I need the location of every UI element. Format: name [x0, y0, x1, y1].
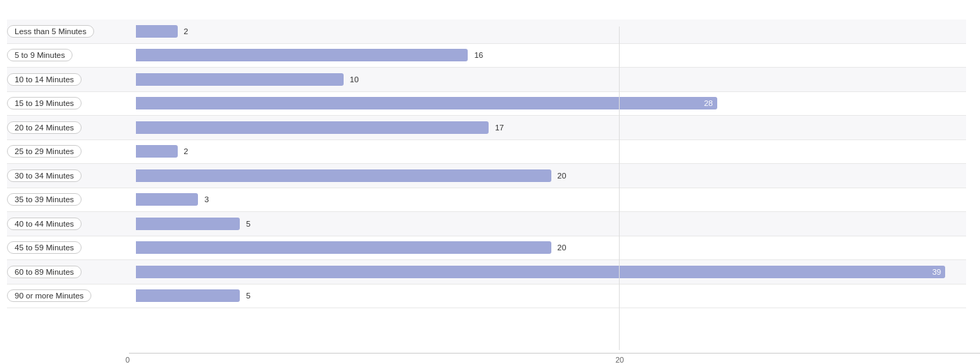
label-cell: 15 to 19 Minutes: [7, 97, 136, 109]
bar: [136, 193, 198, 206]
bar-value: 3: [204, 195, 208, 204]
bar-cell: 5: [136, 286, 966, 307]
bar-row: 10 to 14 Minutes10: [7, 68, 966, 92]
bar-value: 20: [558, 243, 567, 252]
label-pill: 20 to 24 Minutes: [7, 121, 82, 134]
bar-value: 16: [474, 51, 483, 59]
bar-row: 35 to 39 Minutes3: [7, 188, 966, 213]
bar-value: 20: [558, 172, 567, 180]
label-pill: 25 to 29 Minutes: [7, 145, 82, 158]
bar-row: 15 to 19 Minutes28: [7, 92, 966, 116]
bar-cell: 20: [136, 165, 966, 186]
label-pill: 90 or more Minutes: [7, 289, 91, 302]
label-pill: 45 to 59 Minutes: [7, 241, 82, 254]
label-pill: 5 to 9 Minutes: [7, 49, 72, 61]
bar-row: 25 to 29 Minutes2: [7, 140, 966, 165]
bar: [136, 73, 344, 86]
label-cell: 30 to 34 Minutes: [7, 169, 136, 182]
bar-cell: 16: [136, 45, 966, 66]
label-pill: Less than 5 Minutes: [7, 25, 94, 38]
label-cell: 20 to 24 Minutes: [7, 121, 136, 134]
bar-cell: 10: [136, 69, 966, 90]
label-pill: 30 to 34 Minutes: [7, 169, 82, 182]
bar-row: 90 or more Minutes5: [7, 285, 966, 309]
bar-cell: 20: [136, 238, 966, 259]
label-cell: 90 or more Minutes: [7, 289, 136, 302]
bar-cell: 5: [136, 213, 966, 234]
x-axis: [7, 308, 966, 322]
label-cell: 10 to 14 Minutes: [7, 73, 136, 86]
axis-baseline: [129, 353, 980, 354]
bar: [136, 25, 178, 38]
bar: 39: [136, 266, 945, 278]
bar: [136, 218, 240, 230]
grid-line: [619, 26, 620, 350]
label-cell: 40 to 44 Minutes: [7, 218, 136, 230]
bar-value: 2: [184, 27, 188, 36]
bar: [136, 289, 240, 302]
bar: 28: [136, 97, 717, 109]
bar-row: Less than 5 Minutes2: [7, 20, 966, 44]
bar-value-inside: 39: [932, 268, 941, 276]
label-cell: Less than 5 Minutes: [7, 25, 136, 38]
bar: [136, 121, 489, 134]
chart-area: Less than 5 Minutes25 to 9 Minutes1610 t…: [7, 20, 966, 308]
label-pill: 35 to 39 Minutes: [7, 193, 82, 206]
bar: [136, 169, 551, 182]
bar: [136, 241, 551, 254]
label-pill: 10 to 14 Minutes: [7, 73, 82, 86]
bar-value: 5: [246, 291, 250, 300]
label-cell: 45 to 59 Minutes: [7, 241, 136, 254]
bar: [136, 145, 178, 158]
label-cell: 60 to 89 Minutes: [7, 266, 136, 278]
bar-cell: 3: [136, 190, 966, 211]
x-tick: 0: [125, 356, 130, 364]
bar-cell: 39: [136, 261, 966, 282]
bar-value-inside: 28: [704, 99, 713, 107]
bar-row: 5 to 9 Minutes16: [7, 44, 966, 68]
label-cell: 35 to 39 Minutes: [7, 193, 136, 206]
x-tick: 20: [615, 356, 624, 364]
label-pill: 60 to 89 Minutes: [7, 266, 82, 278]
bar-value: 17: [495, 123, 504, 132]
label-pill: 40 to 44 Minutes: [7, 218, 82, 230]
bar-value: 10: [350, 75, 359, 84]
bar-value: 2: [184, 147, 188, 156]
bar-row: 45 to 59 Minutes20: [7, 236, 966, 261]
label-cell: 5 to 9 Minutes: [7, 49, 136, 61]
chart-container: Less than 5 Minutes25 to 9 Minutes1610 t…: [0, 0, 980, 364]
bar-value: 5: [246, 220, 250, 228]
bar-row: 40 to 44 Minutes5: [7, 212, 966, 236]
bar-row: 30 to 34 Minutes20: [7, 164, 966, 188]
label-cell: 25 to 29 Minutes: [7, 145, 136, 158]
bar-cell: 17: [136, 117, 966, 138]
bar-row: 60 to 89 Minutes39: [7, 260, 966, 285]
label-pill: 15 to 19 Minutes: [7, 97, 82, 109]
bar-cell: 2: [136, 21, 966, 42]
bar: [136, 49, 468, 61]
bar-cell: 2: [136, 142, 966, 162]
bar-row: 20 to 24 Minutes17: [7, 116, 966, 140]
bar-cell: 28: [136, 93, 966, 114]
